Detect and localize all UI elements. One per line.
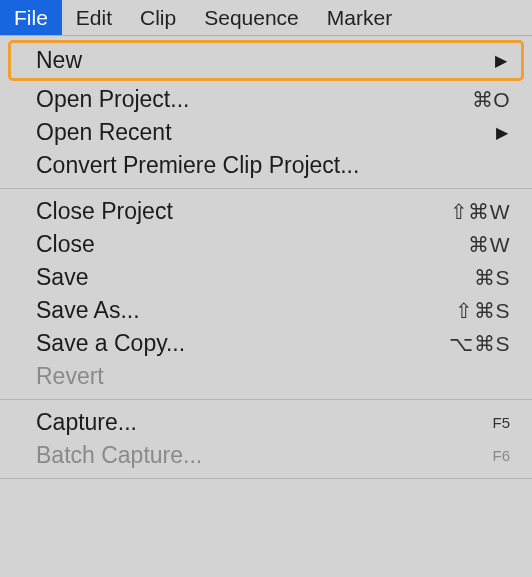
menu-close[interactable]: Close ⌘W <box>0 228 532 261</box>
menu-capture-label: Capture... <box>36 409 137 436</box>
menu-batch-capture: Batch Capture... F6 <box>0 439 532 472</box>
menu-convert-label: Convert Premiere Clip Project... <box>36 152 359 179</box>
menu-batch-capture-label: Batch Capture... <box>36 442 202 469</box>
file-dropdown: New ▶ Open Project... ⌘O Open Recent ▶ C… <box>0 40 532 479</box>
menu-revert: Revert <box>0 360 532 393</box>
menu-save-copy-shortcut: ⌥⌘S <box>449 332 510 356</box>
menu-revert-label: Revert <box>36 363 104 390</box>
menu-open-recent-label: Open Recent <box>36 119 172 146</box>
menu-close-shortcut: ⌘W <box>468 233 510 257</box>
divider <box>0 478 532 479</box>
menu-open-project-shortcut: ⌘O <box>472 88 510 112</box>
submenu-arrow-icon: ▶ <box>495 51 509 70</box>
menu-save-as-shortcut: ⇧⌘S <box>455 299 510 323</box>
menu-open-recent[interactable]: Open Recent ▶ <box>0 116 532 149</box>
menu-save-label: Save <box>36 264 88 291</box>
menu-convert[interactable]: Convert Premiere Clip Project... <box>0 149 532 182</box>
menu-save-copy[interactable]: Save a Copy... ⌥⌘S <box>0 327 532 360</box>
menu-save[interactable]: Save ⌘S <box>0 261 532 294</box>
menu-close-project-shortcut: ⇧⌘W <box>450 200 510 224</box>
submenu-arrow-icon: ▶ <box>496 123 510 142</box>
menubar-file[interactable]: File <box>0 0 62 35</box>
highlight-new: New ▶ <box>8 40 524 81</box>
menu-save-copy-label: Save a Copy... <box>36 330 185 357</box>
menu-open-project[interactable]: Open Project... ⌘O <box>0 83 532 116</box>
menu-close-label: Close <box>36 231 95 258</box>
menu-close-project[interactable]: Close Project ⇧⌘W <box>0 195 532 228</box>
menu-capture[interactable]: Capture... F5 <box>0 406 532 439</box>
menu-batch-capture-shortcut: F6 <box>492 447 510 464</box>
menubar: File Edit Clip Sequence Marker <box>0 0 532 36</box>
menubar-clip[interactable]: Clip <box>126 0 190 35</box>
divider <box>0 188 532 189</box>
menu-save-shortcut: ⌘S <box>474 266 510 290</box>
menubar-sequence[interactable]: Sequence <box>190 0 313 35</box>
menu-new-label: New <box>36 47 82 74</box>
menu-open-project-label: Open Project... <box>36 86 189 113</box>
menu-save-as-label: Save As... <box>36 297 140 324</box>
menu-close-project-label: Close Project <box>36 198 173 225</box>
menu-new[interactable]: New ▶ <box>11 44 521 77</box>
menu-save-as[interactable]: Save As... ⇧⌘S <box>0 294 532 327</box>
menubar-marker[interactable]: Marker <box>313 0 406 35</box>
menu-capture-shortcut: F5 <box>492 414 510 431</box>
menubar-edit[interactable]: Edit <box>62 0 126 35</box>
divider <box>0 399 532 400</box>
